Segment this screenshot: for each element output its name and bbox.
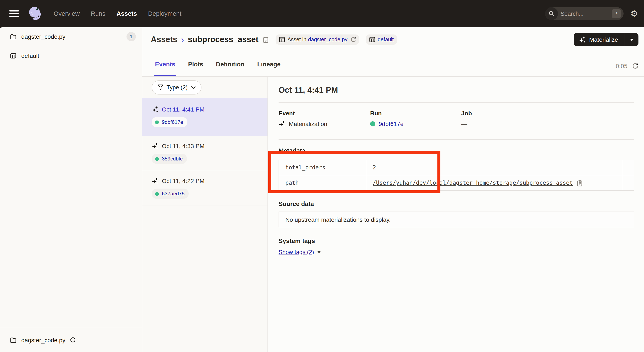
copy-asset-name-icon[interactable] (263, 36, 269, 43)
tab-definition[interactable]: Definition (216, 61, 244, 76)
metadata-value: /Users/yuhan/dev/local/dagster_home/stor… (366, 175, 623, 190)
chevron-down-icon (191, 86, 195, 89)
event-date-label: Oct 11, 4:41 PM (162, 106, 204, 113)
run-id-link[interactable]: 9dbf617e (379, 120, 404, 127)
search-input[interactable] (558, 10, 612, 17)
page-title: subprocess_asset (188, 35, 258, 44)
materialize-sparkle-icon (579, 36, 586, 43)
settings-gear-icon[interactable]: ⚙ (630, 9, 638, 18)
asset-group-icon (10, 53, 16, 59)
timer-value: 0:05 (616, 62, 628, 69)
hamburger-menu-icon[interactable] (9, 10, 19, 17)
events-list-panel: Type (2) Oct 11, 4:41 PM 9dbf617e (142, 77, 268, 352)
metadata-path-link[interactable]: /Users/yuhan/dev/local/dagster_home/stor… (373, 180, 573, 186)
tab-lineage[interactable]: Lineage (257, 61, 281, 76)
nav-overview[interactable]: Overview (54, 10, 80, 17)
caret-down-icon (318, 251, 321, 253)
metadata-heading: Metadata (278, 147, 634, 154)
run-status-dot (370, 121, 375, 126)
run-id-label: 637aed75 (162, 191, 185, 197)
materialize-split-button: Materialize (574, 33, 638, 46)
nav-deployment[interactable]: Deployment (148, 10, 182, 17)
refresh-icon[interactable] (632, 63, 638, 69)
refresh-timer: 0:05 (616, 62, 638, 69)
event-list-item[interactable]: Oct 11, 4:22 PM 637aed75 (142, 171, 268, 206)
metadata-row: total_orders 2 (279, 160, 634, 175)
run-id-label: 9dbf617e (162, 119, 183, 125)
asset-main: Assets › subprocess_asset Asset in dagst… (142, 27, 644, 352)
materialization-sparkle-icon (278, 120, 285, 127)
asset-tabs: Events Plots Definition Lineage 0:05 (142, 52, 644, 77)
caret-down-icon (630, 38, 633, 41)
source-data-empty-state: No upstream materializations to display. (278, 212, 634, 227)
run-status-dot (155, 157, 159, 161)
tab-events[interactable]: Events (155, 61, 175, 76)
folder-icon (10, 337, 16, 343)
group-grid-icon (369, 37, 375, 42)
top-nav: Overview Runs Assets Deployment / ⚙ (0, 0, 644, 27)
run-status-dot (155, 192, 159, 196)
materialization-sparkle-icon (152, 143, 158, 149)
run-status-dot (155, 120, 159, 124)
run-id-pill[interactable]: 637aed75 (152, 189, 189, 199)
filter-funnel-icon (158, 84, 164, 90)
event-date-label: Oct 11, 4:22 PM (162, 177, 204, 184)
search-shortcut-key: / (612, 9, 621, 18)
job-column-label: Job (461, 110, 553, 117)
metadata-row: path /Users/yuhan/dev/local/dagster_home… (279, 175, 634, 190)
footer-code-location-name: dagster_code.py (21, 337, 66, 344)
run-id-pill[interactable]: 9dbf617e (152, 117, 188, 127)
asset-group-tag: default (366, 34, 397, 45)
tab-plots[interactable]: Plots (188, 61, 203, 76)
global-search[interactable]: / (545, 7, 624, 20)
sidebar-item-code-location[interactable]: dagster_code.py 1 (0, 27, 142, 46)
materialize-dropdown-button[interactable] (624, 33, 638, 46)
event-detail-panel: Oct 11, 4:41 PM Event Materialization Ru… (268, 77, 644, 352)
events-filter-row: Type (2) (142, 77, 268, 98)
copy-path-icon[interactable] (576, 179, 582, 186)
tag-prefix: Asset in (288, 37, 306, 42)
metadata-table: total_orders 2 path /Users/yuhan/dev/loc… (278, 160, 634, 191)
event-column-label: Event (278, 110, 370, 117)
materialization-sparkle-icon (152, 177, 158, 184)
system-tags-heading: System tags (278, 238, 634, 244)
breadcrumb-assets-link[interactable]: Assets (151, 35, 178, 44)
reload-code-location-icon[interactable] (69, 337, 75, 343)
materialization-sparkle-icon (152, 106, 158, 113)
job-grid-icon (279, 37, 285, 42)
event-list-item[interactable]: Oct 11, 4:41 PM 9dbf617e (142, 98, 268, 136)
metadata-value: 2 (366, 160, 623, 175)
dagster-logo[interactable] (26, 5, 44, 22)
sidebar-footer-code-location[interactable]: dagster_code.py (0, 328, 142, 352)
type-filter-button[interactable]: Type (2) (152, 80, 201, 94)
materialize-button[interactable]: Materialize (574, 33, 624, 46)
group-link[interactable]: default (378, 37, 394, 42)
source-data-heading: Source data (278, 200, 634, 207)
asset-header: Assets › subprocess_asset Asset in dagst… (142, 27, 644, 52)
reload-definition-icon[interactable] (350, 37, 356, 42)
materialize-label: Materialize (589, 36, 618, 43)
code-location-name: dagster_code.py (21, 33, 66, 40)
nav-assets[interactable]: Assets (116, 10, 137, 17)
show-tags-toggle[interactable]: Show tags (2) (278, 249, 634, 255)
job-value: — (461, 120, 553, 127)
breadcrumb-chevron-icon: › (181, 35, 184, 44)
asset-count-badge: 1 (126, 32, 136, 41)
search-icon (545, 7, 558, 20)
group-name: default (21, 52, 39, 59)
asset-definition-tag: Asset in dagster_code.py (276, 34, 359, 45)
event-summary-grid: Event Materialization Run 9dbf617e (278, 110, 634, 127)
sidebar-item-group-default[interactable]: default (0, 46, 142, 65)
event-type-value: Materialization (289, 120, 327, 127)
show-tags-label: Show tags (2) (278, 249, 314, 255)
source-data-empty-message: No upstream materializations to display. (285, 216, 390, 223)
dagster-app: Overview Runs Assets Deployment / ⚙ dags… (0, 0, 644, 352)
nav-runs[interactable]: Runs (91, 10, 106, 17)
event-detail-title: Oct 11, 4:41 PM (278, 77, 634, 102)
run-id-pill[interactable]: 359cdbfc (152, 154, 187, 164)
code-location-link[interactable]: dagster_code.py (308, 37, 348, 42)
metadata-key: total_orders (279, 160, 366, 175)
event-date-label: Oct 11, 4:33 PM (162, 143, 204, 149)
filter-label: Type (2) (166, 84, 188, 90)
event-list-item[interactable]: Oct 11, 4:33 PM 359cdbfc (142, 136, 268, 171)
